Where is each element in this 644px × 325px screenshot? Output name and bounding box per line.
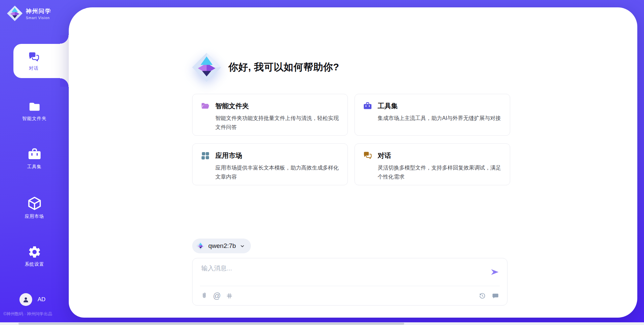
composer-divider: [200, 286, 500, 286]
mention-icon: @: [213, 292, 221, 300]
attachment-icon: [201, 292, 208, 300]
sidebar-item-label: 应用市场: [0, 213, 69, 219]
toolbox-icon: [27, 147, 42, 161]
user-profile[interactable]: AD: [19, 293, 46, 306]
chat-bubbles-icon: [363, 151, 372, 160]
model-name: qwen2:7b: [208, 242, 236, 250]
sidebar-item-settings[interactable]: 系统设置: [0, 245, 69, 267]
card-description: 集成市场上主流工具，助力AI与外界无缝扩展与对接: [363, 114, 501, 123]
history-button[interactable]: [479, 292, 486, 300]
attach-file-button[interactable]: [201, 292, 208, 300]
mention-button[interactable]: @: [213, 292, 221, 300]
sidebar-item-smart-folder[interactable]: 智能文件夹: [0, 101, 69, 122]
folder-open-icon: [201, 101, 210, 111]
sidebar-item-toolset[interactable]: 工具集: [0, 147, 69, 170]
avatar: [19, 293, 32, 306]
main-content: 你好, 我可以如何帮助你? 智能文件夹 智能文件夹功能支持批量文件上传与清洗，轻…: [192, 7, 510, 318]
app-window: 神州问学 Smart Vision 对话 智能文件夹 工具集 应用市场 系统设置: [0, 0, 644, 325]
history-icon: [479, 292, 486, 300]
scrollbar-thumb[interactable]: [18, 323, 404, 325]
cube-icon: [27, 196, 42, 211]
model-selector[interactable]: qwen2:7b: [192, 239, 251, 253]
active-tab-curve-bottom: [60, 78, 69, 87]
chat-bubbles-icon: [28, 51, 40, 63]
card-description: 应用市场提供丰富长文本模板，助力高效生成多样化文章内容: [201, 163, 339, 181]
active-tab-curve-top: [60, 35, 69, 44]
toolbox-icon: [363, 101, 372, 111]
conversation-icon: [492, 292, 499, 300]
user-initials: AD: [38, 296, 46, 303]
grid-icon: [201, 151, 210, 160]
horizontal-scrollbar[interactable]: [0, 322, 644, 325]
send-button[interactable]: [490, 267, 500, 277]
copyright-footer: ©神州数码 · 神州问学出品: [3, 311, 69, 317]
composer: @: [192, 258, 507, 306]
main-panel: 你好, 我可以如何帮助你? 智能文件夹 智能文件夹功能支持批量文件上传与清洗，轻…: [69, 7, 637, 318]
send-icon: [490, 267, 500, 277]
brand: 神州问学 Smart Vision: [7, 5, 51, 21]
feature-card-smart-folder[interactable]: 智能文件夹 智能文件夹功能支持批量文件上传与清洗，轻松实现文件问答: [192, 94, 348, 136]
feature-card-toolset[interactable]: 工具集 集成市场上主流工具，助力AI与外界无缝扩展与对接: [355, 94, 510, 136]
card-description: 灵活切换多模型文件，支持多样回复效果调试，满足个性化需求: [363, 163, 501, 181]
sidebar-item-label: 智能文件夹: [0, 116, 69, 122]
sidebar-item-label: 系统设置: [0, 261, 69, 267]
greeting-title: 你好, 我可以如何帮助你?: [228, 61, 339, 74]
sidebar-item-app-market[interactable]: 应用市场: [0, 196, 69, 219]
feature-card-chat[interactable]: 对话 灵活切换多模型文件，支持多样回复效果调试，满足个性化需求: [355, 143, 510, 185]
welcome-header: 你好, 我可以如何帮助你?: [192, 52, 339, 82]
brand-diamond-icon: [196, 242, 205, 250]
card-title: 对话: [378, 151, 391, 160]
brand-subtitle: Smart Vision: [26, 16, 51, 20]
person-icon: [22, 296, 30, 304]
sidebar-item-chat[interactable]: 对话: [13, 44, 69, 78]
message-input[interactable]: [201, 263, 484, 284]
hash-icon: [226, 292, 233, 300]
hash-button[interactable]: [226, 292, 233, 300]
conversation-button[interactable]: [492, 292, 499, 300]
card-description: 智能文件夹功能支持批量文件上传与清洗，轻松实现文件问答: [201, 114, 339, 132]
brand-diamond-icon: [192, 52, 222, 82]
folder-icon: [28, 101, 41, 113]
card-title: 应用市场: [215, 151, 242, 160]
feature-card-app-market[interactable]: 应用市场 应用市场提供丰富长文本模板，助力高效生成多样化文章内容: [192, 143, 348, 185]
brand-name: 神州问学: [26, 7, 51, 15]
composer-toolbar: @: [201, 290, 499, 302]
brand-logo-icon: [7, 5, 23, 21]
chevron-down-icon: [239, 243, 246, 249]
sidebar-item-label: 工具集: [0, 164, 69, 170]
sidebar-item-label: 对话: [29, 65, 39, 71]
sidebar: 神州问学 Smart Vision 对话 智能文件夹 工具集 应用市场 系统设置: [0, 0, 69, 325]
gear-icon: [28, 245, 42, 259]
card-title: 智能文件夹: [215, 102, 249, 111]
card-title: 工具集: [378, 102, 398, 111]
feature-cards: 智能文件夹 智能文件夹功能支持批量文件上传与清洗，轻松实现文件问答 工具集 集成…: [192, 94, 510, 185]
